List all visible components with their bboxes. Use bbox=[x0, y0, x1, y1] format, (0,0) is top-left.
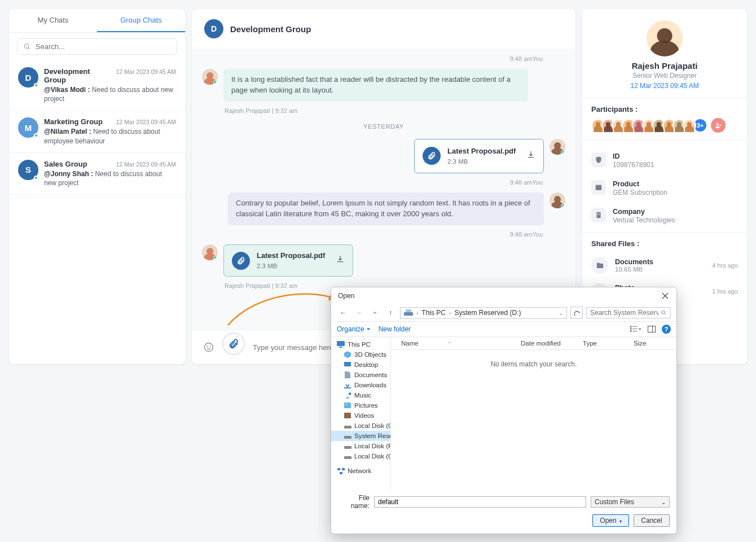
sort-asc-icon: ⌃ bbox=[445, 340, 454, 348]
chevron-down-icon[interactable]: ⌄ bbox=[559, 310, 563, 316]
status-online-icon bbox=[213, 80, 218, 85]
search-box[interactable] bbox=[17, 38, 177, 55]
attachment-icon bbox=[232, 252, 250, 270]
avatar bbox=[550, 193, 565, 208]
search-icon bbox=[23, 42, 31, 51]
empty-message: No items match your search. bbox=[391, 350, 676, 373]
col-name[interactable]: Name ⌃ bbox=[397, 339, 518, 348]
status-online-icon bbox=[34, 176, 38, 180]
svg-rect-25 bbox=[648, 326, 656, 333]
add-participant-button[interactable] bbox=[711, 118, 726, 133]
shield-icon bbox=[591, 152, 606, 167]
tree-documents[interactable]: Documents bbox=[331, 370, 390, 373]
chat-item-development[interactable]: D Development Group12 Mar 2023 09:45 AM … bbox=[9, 60, 185, 111]
participant-avatar[interactable] bbox=[683, 119, 696, 132]
file-name: Latest Proposal.pdf bbox=[257, 251, 329, 261]
info-company-value: Vertual Technologies bbox=[613, 216, 675, 224]
nav-recent-button[interactable] bbox=[368, 307, 381, 319]
avatar bbox=[550, 139, 565, 155]
nav-back-button[interactable]: ← bbox=[337, 307, 349, 319]
tree-3d-objects[interactable]: 3D Objects bbox=[331, 349, 390, 360]
profile-avatar bbox=[647, 20, 683, 56]
desktop-icon bbox=[344, 361, 351, 369]
breadcrumb-root[interactable]: This PC bbox=[421, 309, 446, 317]
column-headers[interactable]: Name ⌃ Date modified Type Size bbox=[391, 337, 676, 350]
shared-files-label: Shared Files : bbox=[591, 239, 738, 248]
participants-list: 3+ bbox=[591, 118, 738, 133]
chat-tabs: My Chats Group Chats bbox=[9, 9, 185, 33]
preview-pane-button[interactable] bbox=[646, 324, 657, 335]
organize-button[interactable]: Organize bbox=[337, 325, 371, 333]
svg-rect-19 bbox=[630, 326, 631, 327]
tab-group-chats[interactable]: Group Chats bbox=[97, 9, 185, 32]
nav-forward-button[interactable]: → bbox=[353, 307, 365, 319]
help-button[interactable]: ? bbox=[662, 325, 671, 334]
dialog-title: Open bbox=[338, 292, 354, 300]
download-icon[interactable] bbox=[526, 150, 535, 163]
shared-file-item[interactable]: Documents10.65 MB 4 hrs ago bbox=[591, 252, 738, 278]
cube-icon bbox=[344, 351, 351, 359]
status-online-icon bbox=[213, 256, 218, 260]
breadcrumb-leaf[interactable]: System Reserved (D:) bbox=[454, 309, 521, 317]
svg-rect-15 bbox=[404, 312, 413, 316]
svg-rect-21 bbox=[630, 330, 631, 331]
download-icon[interactable] bbox=[336, 255, 345, 267]
drive-icon bbox=[404, 309, 413, 317]
new-folder-button[interactable]: New folder bbox=[379, 325, 411, 333]
tree-desktop[interactable]: Desktop bbox=[331, 360, 390, 370]
sidebar: My Chats Group Chats D Development Group… bbox=[9, 9, 185, 364]
tree-this-pc[interactable]: This PC bbox=[331, 339, 390, 349]
profile-name: Rajesh Prajapati bbox=[588, 61, 741, 71]
svg-rect-20 bbox=[630, 328, 631, 329]
address-bar[interactable]: › This PC › System Reserved (D:) ⌄ bbox=[400, 307, 567, 319]
chat-header: D Development Group bbox=[192, 9, 575, 49]
search-input[interactable] bbox=[36, 42, 171, 51]
chat-time: 12 Mar 2023 09:45 AM bbox=[116, 68, 176, 75]
col-type[interactable]: Type bbox=[581, 339, 631, 348]
avatar bbox=[202, 69, 218, 85]
monitor-icon bbox=[337, 340, 345, 348]
avatar: D bbox=[18, 67, 38, 88]
box-icon bbox=[591, 180, 606, 195]
info-product-value: GEM Subscription bbox=[613, 189, 667, 196]
svg-point-5 bbox=[716, 123, 718, 125]
info-id-label: ID bbox=[613, 152, 654, 160]
svg-rect-11 bbox=[597, 215, 598, 215]
refresh-button[interactable] bbox=[570, 307, 583, 319]
file-size: 2.3 MB bbox=[447, 157, 520, 167]
chat-preview: @Jonny Shah : Need to discuss about new … bbox=[44, 169, 176, 187]
emoji-button[interactable] bbox=[201, 339, 217, 355]
dialog-search-input[interactable] bbox=[590, 309, 658, 317]
timestamp: Rajesh Prajapati | 9:32 am bbox=[225, 107, 565, 114]
chat-item-sales[interactable]: S Sales Group12 Mar 2023 09:45 AM @Jonny… bbox=[9, 153, 185, 195]
folder-tree[interactable]: This PC 3D Objects Desktop Documents Dow… bbox=[331, 337, 391, 373]
chat-item-marketing[interactable]: M Marketing Group12 Mar 2023 09:45 AM @N… bbox=[9, 111, 185, 152]
file-time: 4 hrs ago bbox=[712, 262, 738, 269]
participants-label: Participants : bbox=[591, 105, 738, 113]
avatar: M bbox=[18, 117, 38, 138]
status-online-icon bbox=[34, 83, 38, 88]
chat-preview: @Vikas Modi : Need to discuss about new … bbox=[44, 85, 176, 103]
svg-line-1 bbox=[28, 48, 30, 50]
chat-time: 12 Mar 2023 09:45 AM bbox=[116, 119, 176, 125]
close-button[interactable] bbox=[660, 290, 671, 301]
col-date[interactable]: Date modified bbox=[518, 339, 581, 348]
view-mode-button[interactable] bbox=[630, 324, 641, 335]
tab-my-chats[interactable]: My Chats bbox=[9, 9, 97, 32]
search-icon bbox=[661, 309, 667, 316]
svg-rect-28 bbox=[339, 347, 342, 348]
svg-point-0 bbox=[24, 44, 28, 48]
svg-rect-27 bbox=[337, 341, 345, 346]
file-attachment[interactable]: Latest Proposal.pdf2.3 MB bbox=[414, 139, 544, 174]
file-attachment[interactable]: Latest Proposal.pdf2.3 MB bbox=[223, 244, 353, 277]
attach-button[interactable] bbox=[222, 333, 245, 355]
dialog-search[interactable] bbox=[586, 307, 671, 318]
svg-rect-7 bbox=[596, 185, 602, 186]
file-name: Latest Proposal.pdf bbox=[447, 146, 520, 157]
message-bubble: It is a long established fact that a rea… bbox=[223, 69, 528, 102]
col-size[interactable]: Size bbox=[631, 339, 671, 348]
nav-up-button[interactable]: ↑ bbox=[384, 307, 397, 319]
svg-rect-6 bbox=[596, 186, 602, 190]
chat-name: Marketing Group bbox=[44, 117, 103, 126]
document-icon bbox=[344, 371, 351, 373]
